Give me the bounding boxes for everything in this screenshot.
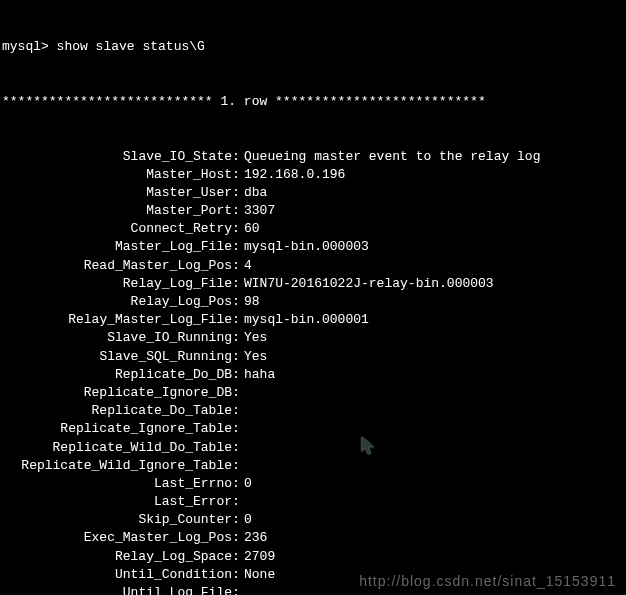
status-row: Slave_IO_State:Queueing master event to …: [2, 148, 624, 166]
status-row: Replicate_Ignore_DB:: [2, 384, 624, 402]
status-label: Relay_Log_Pos: [2, 293, 232, 311]
status-label: Replicate_Wild_Do_Table: [2, 439, 232, 457]
colon-separator: :: [232, 439, 240, 457]
status-value: [240, 439, 244, 457]
status-row: Relay_Log_Pos:98: [2, 293, 624, 311]
status-label: Master_Host: [2, 166, 232, 184]
status-label: Replicate_Ignore_DB: [2, 384, 232, 402]
status-row: Replicate_Do_DB:haha: [2, 366, 624, 384]
status-label: Slave_IO_Running: [2, 329, 232, 347]
status-label: Master_User: [2, 184, 232, 202]
terminal-output[interactable]: mysql> show slave status\G *************…: [2, 2, 624, 595]
status-row: Master_Log_File:mysql-bin.000003: [2, 238, 624, 256]
status-label: Relay_Log_File: [2, 275, 232, 293]
status-rows: Slave_IO_State:Queueing master event to …: [2, 148, 624, 596]
command-text: show slave status\G: [57, 38, 205, 56]
colon-separator: :: [232, 184, 240, 202]
status-value: Yes: [240, 348, 267, 366]
status-value: mysql-bin.000001: [240, 311, 369, 329]
status-value: 0: [240, 511, 252, 529]
colon-separator: :: [232, 366, 240, 384]
colon-separator: :: [232, 257, 240, 275]
status-label: Replicate_Wild_Ignore_Table: [2, 457, 232, 475]
status-value: [240, 384, 244, 402]
colon-separator: :: [232, 384, 240, 402]
colon-separator: :: [232, 457, 240, 475]
status-value: 98: [240, 293, 260, 311]
colon-separator: :: [232, 348, 240, 366]
status-value: 4: [240, 257, 252, 275]
status-value: None: [240, 566, 275, 584]
status-label: Connect_Retry: [2, 220, 232, 238]
colon-separator: :: [232, 238, 240, 256]
command-line: mysql> show slave status\G: [2, 38, 624, 56]
status-value: Yes: [240, 329, 267, 347]
colon-separator: :: [232, 566, 240, 584]
colon-separator: :: [232, 311, 240, 329]
status-row: Replicate_Ignore_Table:: [2, 420, 624, 438]
status-label: Last_Errno: [2, 475, 232, 493]
colon-separator: :: [232, 220, 240, 238]
status-label: Until_Log_File: [2, 584, 232, 595]
colon-separator: :: [232, 493, 240, 511]
status-value: dba: [240, 184, 267, 202]
status-row: Relay_Log_File:WIN7U-20161022J-relay-bin…: [2, 275, 624, 293]
status-label: Master_Log_File: [2, 238, 232, 256]
colon-separator: :: [232, 293, 240, 311]
status-label: Replicate_Ignore_Table: [2, 420, 232, 438]
status-value: [240, 420, 244, 438]
status-row: Read_Master_Log_Pos:4: [2, 257, 624, 275]
status-label: Until_Condition: [2, 566, 232, 584]
status-value: 192.168.0.196: [240, 166, 345, 184]
status-row: Connect_Retry:60: [2, 220, 624, 238]
status-label: Replicate_Do_Table: [2, 402, 232, 420]
colon-separator: :: [232, 511, 240, 529]
status-value: mysql-bin.000003: [240, 238, 369, 256]
status-value: WIN7U-20161022J-relay-bin.000003: [240, 275, 494, 293]
status-label: Relay_Master_Log_File: [2, 311, 232, 329]
status-row: Replicate_Do_Table:: [2, 402, 624, 420]
status-value: [240, 584, 244, 595]
status-row: Master_Host:192.168.0.196: [2, 166, 624, 184]
row-separator: *************************** 1. row *****…: [2, 93, 624, 111]
status-value: 2709: [240, 548, 275, 566]
status-label: Exec_Master_Log_Pos: [2, 529, 232, 547]
colon-separator: :: [232, 329, 240, 347]
status-row: Relay_Master_Log_File:mysql-bin.000001: [2, 311, 624, 329]
colon-separator: :: [232, 275, 240, 293]
colon-separator: :: [232, 402, 240, 420]
status-row: Replicate_Wild_Do_Table:: [2, 439, 624, 457]
colon-separator: :: [232, 420, 240, 438]
status-label: Read_Master_Log_Pos: [2, 257, 232, 275]
status-row: Slave_IO_Running:Yes: [2, 329, 624, 347]
mysql-prompt: mysql>: [2, 38, 57, 56]
colon-separator: :: [232, 529, 240, 547]
status-label: Last_Error: [2, 493, 232, 511]
colon-separator: :: [232, 166, 240, 184]
status-value: [240, 457, 244, 475]
status-row: Slave_SQL_Running:Yes: [2, 348, 624, 366]
status-row: Relay_Log_Space:2709: [2, 548, 624, 566]
colon-separator: :: [232, 548, 240, 566]
status-row: Replicate_Wild_Ignore_Table:: [2, 457, 624, 475]
colon-separator: :: [232, 475, 240, 493]
status-value: 60: [240, 220, 260, 238]
status-row: Skip_Counter:0: [2, 511, 624, 529]
status-value: 3307: [240, 202, 275, 220]
status-label: Master_Port: [2, 202, 232, 220]
status-label: Slave_SQL_Running: [2, 348, 232, 366]
status-value: 0: [240, 475, 252, 493]
status-label: Relay_Log_Space: [2, 548, 232, 566]
status-row: Last_Error:: [2, 493, 624, 511]
colon-separator: :: [232, 148, 240, 166]
status-value: [240, 493, 244, 511]
status-row: Master_User:dba: [2, 184, 624, 202]
status-label: Replicate_Do_DB: [2, 366, 232, 384]
colon-separator: :: [232, 584, 240, 595]
watermark-text: http://blog.csdn.net/sinat_15153911: [359, 572, 616, 592]
status-row: Last_Errno:0: [2, 475, 624, 493]
status-label: Slave_IO_State: [2, 148, 232, 166]
status-value: Queueing master event to the relay log: [240, 148, 540, 166]
status-value: [240, 402, 244, 420]
status-value: haha: [240, 366, 275, 384]
